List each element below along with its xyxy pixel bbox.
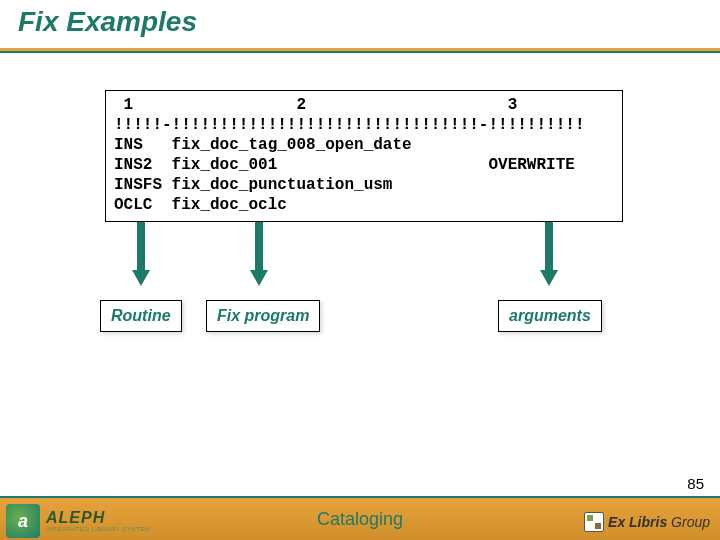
arrows-layer bbox=[0, 222, 720, 312]
label-arguments: arguments bbox=[498, 300, 602, 332]
code-header-row: 1 2 3 bbox=[114, 96, 517, 114]
arrow-down-icon bbox=[134, 222, 148, 286]
code-row: INS2 fix_doc_001 OVERWRITE bbox=[114, 156, 575, 174]
exlibris-suffix: Group bbox=[667, 514, 710, 530]
arrow-down-icon bbox=[252, 222, 266, 286]
code-ruler-row: !!!!!-!!!!!!!!!!!!!!!!!!!!!!!!!!!!!!!!-!… bbox=[114, 116, 584, 134]
code-row: INSFS fix_doc_punctuation_usm bbox=[114, 176, 392, 194]
code-row: OCLC fix_doc_oclc bbox=[114, 196, 287, 214]
title-rule-green bbox=[0, 51, 720, 53]
slide-title: Fix Examples bbox=[18, 6, 197, 38]
label-fix-program: Fix program bbox=[206, 300, 320, 332]
slide: Fix Examples 1 2 3 !!!!!-!!!!!!!!!!!!!!!… bbox=[0, 0, 720, 540]
exlibris-name: Ex Libris bbox=[608, 514, 667, 530]
footer-bar: a ALEPH INTEGRATED LIBRARY SYSTEM Catalo… bbox=[0, 496, 720, 540]
code-row: INS fix_doc_tag_008_open_date bbox=[114, 136, 412, 154]
code-content: 1 2 3 !!!!!-!!!!!!!!!!!!!!!!!!!!!!!!!!!!… bbox=[114, 95, 614, 215]
code-example-box: 1 2 3 !!!!!-!!!!!!!!!!!!!!!!!!!!!!!!!!!!… bbox=[105, 90, 623, 222]
exlibris-logo: Ex Libris Group bbox=[584, 512, 710, 532]
exlibris-icon bbox=[584, 512, 604, 532]
label-routine: Routine bbox=[100, 300, 182, 332]
arrow-down-icon bbox=[542, 222, 556, 286]
slide-number: 85 bbox=[687, 475, 704, 492]
